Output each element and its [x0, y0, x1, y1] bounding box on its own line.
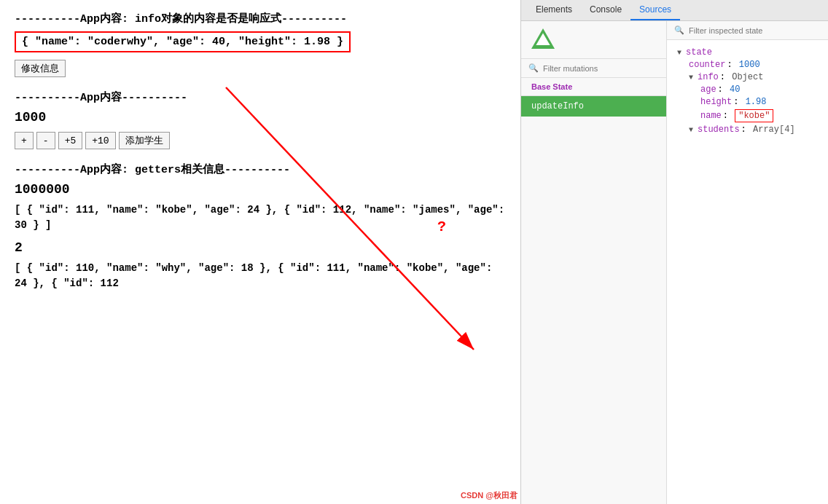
watermark: CSDN @秋田君 [461, 490, 518, 501]
name-row: name : "kobe" [700, 109, 818, 122]
btn-plus10[interactable]: +10 [85, 132, 115, 149]
info-box: { "name": "coderwhy", "age": 40, "height… [15, 31, 351, 52]
state-children: counter : 1000 ▼ info : Object [677, 60, 818, 135]
section1-header: ----------App内容: info对象的内容是否是响应式--------… [15, 12, 506, 25]
height-row: height : 1.98 [700, 97, 818, 107]
triangle-students[interactable]: ▼ [689, 126, 696, 133]
vue-logo-icon [531, 28, 555, 49]
section2-header: ----------App内容---------- [15, 90, 506, 104]
info-type: Object [732, 72, 763, 82]
students-array1: [ { "id": 111, "name": "kobe", "age": 24… [15, 202, 506, 233]
students-array2: [ { "id": 110, "name": "why", "age": 18 … [15, 261, 506, 291]
state-tree: ▼ state counter : 1000 ▼ info : [667, 40, 828, 504]
getters-value: 1000000 [15, 182, 506, 197]
students-row: ▼ students : Array[4] [689, 125, 818, 135]
btn-add-student[interactable]: 添加学生 [119, 132, 170, 149]
age-key: age [700, 84, 716, 95]
age-row: age : 40 [700, 84, 818, 95]
btn-plus[interactable]: + [15, 132, 34, 149]
students-type: Array[4] [753, 125, 795, 135]
mutation-update-info[interactable]: updateInfo [521, 96, 666, 117]
filter-state-bar: 🔍 [667, 21, 828, 40]
state-panel: 🔍 ▼ state counter : 1000 [667, 21, 828, 504]
vue-logo [521, 21, 666, 59]
filter-mutations-bar: 🔍 [521, 59, 666, 78]
height-key: height [700, 97, 732, 107]
name-value: "kobe" [735, 109, 773, 122]
height-value: 1.98 [746, 97, 767, 107]
base-state-label: Base State [521, 78, 666, 96]
devtools-body: 🔍 Base State updateInfo 🔍 ▼ state [521, 21, 828, 504]
filter-mutations-input[interactable] [543, 64, 659, 73]
state-root-row: ▼ state [677, 47, 818, 58]
question-mark-annotation: ? [437, 218, 446, 235]
devtools-tab-bar: Elements Console Sources [521, 0, 828, 21]
search-mutations-icon: 🔍 [528, 63, 539, 73]
filter-state-input[interactable] [689, 26, 821, 35]
info-children: age : 40 height : 1.98 name [689, 84, 818, 122]
students-key: students [698, 125, 740, 135]
btn-plus5[interactable]: +5 [58, 132, 83, 149]
btn-minus[interactable]: - [36, 132, 55, 149]
left-panel: ----------App内容: info对象的内容是否是响应式--------… [0, 0, 521, 504]
tab-elements[interactable]: Elements [527, 0, 581, 20]
triangle-info[interactable]: ▼ [689, 74, 696, 81]
counter-value: 1000 [739, 60, 760, 70]
counter-display: 1000 [15, 110, 506, 125]
vuex-panel: 🔍 Base State updateInfo [521, 21, 667, 504]
right-devtools-panel: Elements Console Sources 🔍 Base [521, 0, 828, 504]
counter-key: counter [689, 60, 725, 70]
counter-row: counter : 1000 [689, 60, 818, 70]
info-row: ▼ info : Object [689, 72, 818, 82]
search-state-icon: 🔍 [674, 25, 684, 35]
name-key: name [700, 111, 722, 121]
state-key: state [686, 47, 712, 58]
tab-console[interactable]: Console [581, 0, 630, 20]
modify-info-button[interactable]: 修改信息 [15, 60, 66, 77]
section3-header: ----------App内容: getters相关信息---------- [15, 162, 506, 176]
info-key: info [698, 72, 719, 82]
tab-sources[interactable]: Sources [630, 0, 680, 20]
triangle-state[interactable]: ▼ [677, 49, 684, 56]
counter-buttons: + - +5 +10 添加学生 [15, 132, 506, 149]
small-num: 2 [15, 240, 506, 255]
age-value: 40 [730, 84, 740, 95]
